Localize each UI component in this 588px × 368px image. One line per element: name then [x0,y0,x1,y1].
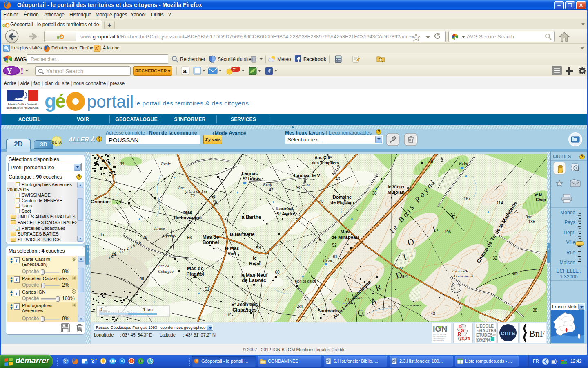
svg-text:Domaine: Domaine [333,195,352,200]
svg-text:Launac le V: Launac le V [294,173,320,178]
svg-text:Bne: Bne [526,215,532,219]
svg-text:Mon de garde: Mon de garde [295,279,316,283]
svg-text:7°: 7° [233,67,236,72]
svg-text:73-74: 73-74 [459,337,470,341]
svg-text:43: 43 [335,177,340,181]
svg-text:des Templiers: des Templiers [312,161,339,165]
svg-text:72: 72 [190,194,195,198]
svg-text:IGN: IGN [433,324,448,333]
svg-text:de Launac: de Launac [242,278,266,283]
svg-text:114: 114 [497,201,503,205]
svg-text:la Barthette: la Barthette [230,232,255,237]
svg-text:48: 48 [319,199,324,204]
svg-text:Mas: Mas [341,229,350,234]
svg-text:Gouverneu d: Gouverneu d [454,274,473,278]
svg-text:le: le [253,256,257,260]
svg-text:!: ! [20,66,24,76]
svg-text:ET FORESTIÈRE: ET FORESTIÈRE [433,340,445,342]
svg-text:'76: '76 [142,235,147,240]
svg-text:1 km: 1 km [143,307,153,312]
svg-text:38: 38 [372,191,377,195]
svg-text:g: g [45,91,56,112]
svg-text:DES: DES [477,330,481,332]
svg-text:Mas de: Mas de [203,234,219,240]
svg-text:68: 68 [139,276,144,281]
svg-text:BnF: BnF [529,328,545,339]
svg-text:Tornée: Tornée [154,226,165,231]
svg-text:INSTITUT NATIONAL: INSTITUT NATIONAL [433,334,447,336]
svg-text:35: 35 [99,232,104,237]
svg-text:39: 39 [513,272,518,276]
svg-text:Launac: Launac [242,171,258,176]
svg-text:61: 61 [333,254,338,259]
svg-text:Bne: Bne [178,186,185,190]
svg-text:78: 78 [111,251,116,256]
svg-text:a: a [183,67,187,74]
svg-text:60: 60 [275,270,280,274]
svg-text:51: 51 [205,287,209,292]
svg-text:EN: EN [493,334,496,337]
svg-text:Gremian: Gremian [91,199,110,204]
svg-text:e: e [64,359,67,364]
svg-text:43: 43 [430,312,435,316]
svg-text:SOCIALES: SOCIALES [476,340,491,343]
svg-text:52: 52 [332,243,337,247]
svg-text:le portail des territoires & d: le portail des territoires & des citoyen… [135,100,249,107]
svg-text:é: é [55,91,66,112]
svg-text:St Jean des: St Jean des [231,302,258,307]
svg-text:Carr. de: Carr. de [156,264,169,268]
svg-text:ETUDES: ETUDES [476,333,493,337]
svg-text:46: 46 [295,186,300,190]
svg-text:L'ECOLE: L'ECOLE [476,324,494,328]
svg-text:Mas: Mas [183,210,192,215]
svg-text:Rvoir: Rvoir [323,258,333,263]
svg-text:Liberté • Égalité • Fraternité: Liberté • Égalité • Fraternité [8,103,37,105]
svg-text:le Mas: le Mas [225,246,239,251]
svg-text:St André: St André [276,211,295,216]
svg-text:42: 42 [269,188,274,192]
svg-text:84: 84 [298,305,303,309]
svg-text:DE L'INFORMATION: DE L'INFORMATION [433,336,446,338]
svg-text:de Lavergne: de Lavergne [174,215,202,220]
svg-text:Chap: Chap [536,197,546,202]
svg-text:portail: portail [87,92,134,111]
svg-text:HAUTES: HAUTES [479,328,496,333]
svg-text:RÉPUBLIQUE FRANÇAISE: RÉPUBLIQUE FRANÇAISE [6,106,38,109]
svg-text:de Mujolan: de Mujolan [330,200,354,205]
svg-text:le Mas Neuf: le Mas Neuf [241,272,268,278]
svg-text:Vert: Vert [227,251,236,256]
svg-text:·167: ·167 [462,197,470,201]
svg-text:Bonnel: Bonnel [203,240,219,245]
svg-text:Clapasses: Clapasses [232,307,257,313]
svg-text:32: 32 [492,256,497,260]
svg-text:Gélargue: Gélargue [158,269,174,274]
svg-text:R: R [458,332,461,337]
svg-text:52: 52 [407,187,412,191]
svg-text:Mas de: Mas de [187,266,204,272]
svg-text:G: G [461,328,464,333]
svg-text:62: 62 [226,312,231,317]
svg-text:Rvoir: Rvoir [160,162,171,166]
svg-text:49: 49 [256,245,261,250]
svg-text:la Crx de Fer: la Crx de Fer [185,189,208,193]
svg-text:44: 44 [120,161,125,166]
svg-text:Rubir: Rubir [459,161,469,166]
svg-text:le Vieux: le Vieux [388,184,405,189]
svg-text:de Mirabeau: de Mirabeau [331,235,359,240]
svg-text:la Barthe: la Barthe [240,214,261,220]
svg-text:Bne: Bne [304,183,310,187]
svg-text:Centre d'E: Centre d'E [452,269,468,273]
svg-text:St Louis: St Louis [243,176,261,181]
svg-text:Launac: Launac [276,206,293,211]
svg-text:0: 0 [100,307,102,312]
svg-text:Saumade: Saumade [317,308,338,313]
svg-text:56: 56 [187,236,192,240]
svg-text:Plagnol: Plagnol [186,271,204,277]
svg-text:GÉOGRAPHIQUE: GÉOGRAPHIQUE [433,338,445,340]
svg-text:BÉTA: BÉTA [52,140,62,144]
svg-text:St-B: St-B [534,192,542,197]
svg-text:Rvoir: Rvoir [263,182,273,187]
svg-text:Relai: Relai [249,261,261,266]
svg-text:185: 185 [528,220,535,224]
svg-text:38: 38 [532,308,537,312]
